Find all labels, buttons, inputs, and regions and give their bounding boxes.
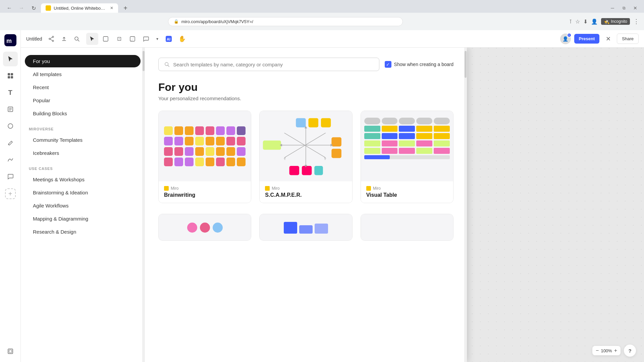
miro-badge-icon [164, 186, 169, 191]
present-button[interactable]: Present [574, 34, 600, 44]
toolbar-comment[interactable] [3, 169, 18, 184]
template-card-partial-2[interactable] [259, 214, 352, 241]
sidebar-item-agile-workflows[interactable]: Agile Workflows [25, 199, 141, 212]
browser-titlebar: ← → ↻ Untitled, Online Whiteboard for ..… [0, 0, 644, 13]
search-input[interactable] [173, 62, 373, 67]
translate-icon[interactable]: ⊺ [569, 18, 572, 25]
sidebar-item-popular[interactable]: Popular [25, 94, 141, 107]
template-card-partial-1[interactable] [158, 214, 251, 241]
header-toolbar-items: ⊡ ▾ AI ✋ [86, 33, 556, 45]
toolbar-handwriting[interactable] [3, 152, 18, 167]
sidebar-item-recent[interactable]: Recent [25, 81, 141, 94]
svg-rect-28 [296, 118, 306, 127]
hand-icon[interactable]: ✋ [176, 33, 188, 45]
svg-rect-34 [289, 166, 299, 175]
search-input-wrap[interactable] [158, 58, 379, 71]
header-action-icons [46, 34, 82, 44]
template-info-brainwriting: Miro Brainwriting [159, 181, 251, 203]
help-button[interactable]: ? [624, 345, 636, 357]
toolbar-pen[interactable] [3, 135, 18, 150]
section-subtitle: Your personalized recommendations. [158, 96, 453, 101]
share-icon[interactable] [46, 34, 57, 44]
notification-badge: 1 [567, 33, 572, 38]
crop-icon[interactable]: ⊡ [113, 33, 125, 45]
miro-logo[interactable]: m [4, 34, 17, 47]
tab-close-icon[interactable]: ✕ [110, 6, 113, 10]
browser-tab[interactable]: Untitled, Online Whiteboard for ... ✕ [41, 3, 118, 13]
reload-btn[interactable]: ↻ [29, 3, 38, 13]
sidebar-item-brainstorming[interactable]: Brainstorming & Ideation [25, 186, 141, 199]
sidebar-item-icebreakers[interactable]: Icebreakers [25, 147, 141, 159]
menu-icon[interactable]: ⋮ [633, 18, 639, 25]
cursor-tool-icon[interactable] [86, 33, 98, 45]
template-card-visual-table[interactable]: Miro Visual Table [361, 111, 453, 203]
incognito-badge: 🕵 Incognito [601, 18, 630, 25]
sidebar-item-all-templates[interactable]: All templates [25, 68, 141, 80]
use-cases-section-label: USE CASES [21, 160, 145, 173]
close-header-btn[interactable]: ✕ [603, 34, 613, 44]
back-btn[interactable]: ← [5, 3, 14, 13]
frame-tool-icon[interactable] [100, 33, 112, 45]
toolbar-note[interactable] [3, 102, 18, 117]
svg-rect-11 [8, 349, 13, 354]
sidebar-item-research-design[interactable]: Research & Design [25, 226, 141, 238]
svg-rect-36 [315, 166, 323, 175]
address-bar[interactable]: 🔒 miro.com/app/board/uXjVMqk7V5Y=/ [168, 17, 403, 26]
toolbar-cursor[interactable] [3, 52, 18, 66]
profile-icon[interactable]: 👤 [591, 18, 598, 25]
main-content: ✓ Show when creating a board For you You… [145, 48, 467, 362]
svg-rect-5 [11, 76, 13, 78]
sidebar-scrollbar[interactable] [142, 48, 145, 362]
template-name-visual-table: Visual Table [366, 192, 448, 198]
search-bar: ✓ Show when creating a board [158, 58, 453, 71]
sidebar-item-meetings-workshops[interactable]: Meetings & Workshops [25, 173, 141, 186]
forward-btn[interactable]: → [17, 3, 26, 13]
toolbar-shape[interactable] [3, 119, 18, 133]
upload-icon[interactable] [59, 34, 69, 44]
left-toolbar: m T [0, 30, 21, 362]
template-panel: ✕ For you All templates Recent Popular B… [21, 48, 467, 362]
minimize-btn[interactable]: ─ [608, 4, 616, 12]
search-header-icon[interactable] [71, 34, 82, 44]
svg-text:AI: AI [167, 37, 170, 41]
main-scrollbar-thumb [465, 51, 467, 78]
incognito-icon: 🕵 [604, 19, 609, 24]
avatar-notification[interactable]: 👤 1 [560, 34, 571, 44]
chat-icon[interactable] [140, 33, 152, 45]
show-when-creating-wrap: ✓ Show when creating a board [385, 61, 453, 68]
share-button[interactable]: Share [617, 34, 639, 44]
new-tab-btn[interactable]: + [121, 3, 130, 13]
template-card-partial-3[interactable] [361, 214, 453, 241]
toolbar-frames[interactable] [3, 344, 18, 359]
svg-point-17 [49, 38, 50, 40]
template-card-scamper[interactable]: Miro S.C.A.M.P.E.R. [259, 111, 352, 203]
toolbar-grid[interactable] [3, 68, 18, 83]
download-icon[interactable]: ⬇ [583, 18, 588, 25]
sticky-icon[interactable] [126, 33, 139, 45]
sidebar-item-building-blocks[interactable]: Building Blocks [25, 107, 141, 120]
svg-marker-44 [324, 156, 326, 160]
svg-line-18 [50, 37, 52, 39]
zoom-value: 100% [601, 348, 612, 353]
svg-point-10 [8, 124, 13, 128]
restore-btn[interactable]: ⧉ [620, 4, 628, 12]
chevron-down-icon[interactable]: ▾ [153, 35, 161, 43]
template-grid: Miro Brainwriting [158, 111, 453, 203]
template-card-brainwriting[interactable]: Miro Brainwriting [158, 111, 251, 203]
app-container: m T [0, 30, 644, 362]
zoom-minus[interactable]: − [596, 348, 599, 354]
svg-marker-46 [284, 156, 286, 160]
sidebar-item-for-you[interactable]: For you [25, 55, 141, 67]
toolbar-add[interactable]: + [5, 188, 16, 199]
main-scrollbar-track[interactable] [464, 48, 467, 362]
sidebar-item-community-templates[interactable]: Community Templates [25, 134, 141, 146]
zoom-plus[interactable]: + [614, 348, 617, 354]
sidebar-item-mapping-diagramming[interactable]: Mapping & Diagramming [25, 213, 141, 225]
bookmark-icon[interactable]: ☆ [575, 18, 580, 25]
template-author-visual-table: Miro [366, 186, 448, 191]
template-author-scamper: Miro [265, 186, 346, 191]
close-window-btn[interactable]: ✕ [631, 4, 639, 12]
show-creating-checkbox[interactable]: ✓ [385, 61, 391, 68]
toolbar-text[interactable]: T [3, 85, 18, 100]
ai-icon[interactable]: AI [163, 33, 175, 45]
